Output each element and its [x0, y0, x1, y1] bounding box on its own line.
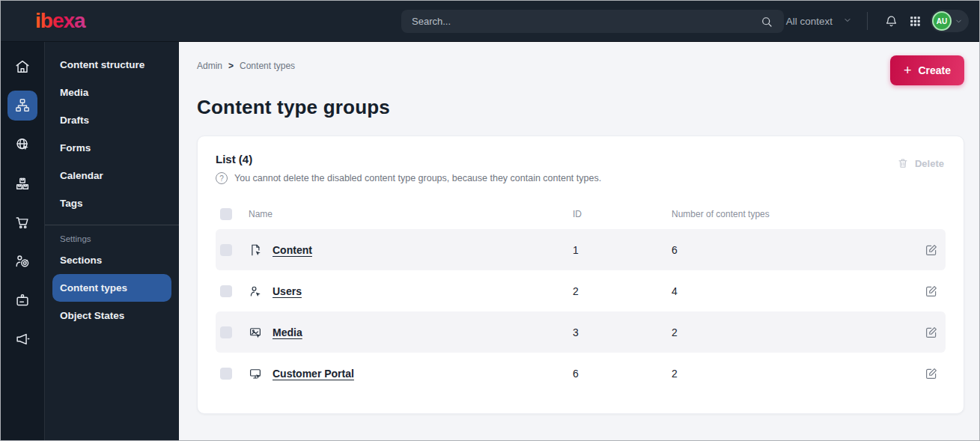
users-icon: [249, 285, 262, 298]
column-header-count: Number of content types: [672, 209, 896, 219]
notifications-bell-icon[interactable]: [883, 13, 900, 30]
content-file-icon: [249, 243, 262, 257]
chevron-down-icon: [843, 16, 852, 27]
topbar-divider: [867, 12, 868, 30]
create-button[interactable]: + Create: [890, 55, 964, 85]
group-count: 2: [672, 326, 896, 338]
helper-text: You cannot delete the disabled content t…: [234, 173, 601, 183]
sidebar-item-media[interactable]: Media: [45, 79, 179, 106]
logo-text: ibexa: [35, 9, 86, 32]
group-id: 1: [573, 244, 672, 256]
group-id: 3: [573, 326, 672, 338]
breadcrumb-content-types: Content types: [240, 61, 295, 71]
row-checkbox[interactable]: [220, 368, 232, 380]
customers-target-icon[interactable]: [7, 246, 37, 276]
media-image-icon: [249, 326, 262, 339]
breadcrumb-admin[interactable]: Admin: [197, 61, 222, 71]
sidebar-item-sections[interactable]: Sections: [45, 246, 179, 274]
select-all-checkbox[interactable]: [220, 208, 232, 220]
list-title: List (4): [216, 153, 601, 165]
group-link-customer-portal[interactable]: Customer Portal: [273, 368, 354, 380]
panel-header: List (4) ? You cannot delete the disable…: [216, 153, 946, 184]
megaphone-icon[interactable]: [7, 324, 37, 354]
search-input[interactable]: [412, 16, 758, 27]
home-icon[interactable]: [7, 52, 37, 82]
ibexa-logo[interactable]: ibexa: [35, 7, 107, 34]
group-count: 6: [672, 244, 896, 256]
table-row: Users 2 4: [216, 270, 946, 311]
page-title: Content type groups: [197, 96, 964, 119]
create-button-label: Create: [918, 64, 951, 76]
table-header-row: Name ID Number of content types: [216, 199, 946, 229]
group-count: 2: [672, 368, 896, 380]
global-search: [401, 10, 784, 33]
ibexa-admin-screen: ibexa Site: All context: [0, 0, 980, 441]
body: Content structure Media Drafts Forms Cal…: [1, 42, 979, 440]
cart-icon[interactable]: [7, 207, 37, 237]
icon-rail: [1, 42, 44, 440]
table-row: Customer Portal 6 2: [216, 353, 946, 394]
sidebar-item-object-states[interactable]: Object States: [45, 302, 179, 329]
helper-note: ? You cannot delete the disabled content…: [216, 172, 601, 184]
plus-icon: +: [904, 64, 912, 77]
search-icon[interactable]: [758, 13, 775, 30]
content-header: Admin > Content types + Create: [197, 55, 964, 85]
topbar: ibexa Site: All context: [1, 1, 979, 42]
row-checkbox[interactable]: [220, 285, 232, 297]
customer-portal-monitor-icon: [249, 367, 262, 380]
sidebar-item-drafts[interactable]: Drafts: [45, 106, 179, 134]
table-row: Media 3 2: [216, 311, 946, 353]
table-row: Content 1 6: [216, 229, 946, 270]
breadcrumb: Admin > Content types: [197, 61, 295, 71]
group-count: 4: [672, 285, 896, 297]
edit-button[interactable]: [923, 283, 940, 299]
sidebar-item-content-types[interactable]: Content types: [52, 274, 171, 302]
column-header-id: ID: [573, 209, 672, 219]
row-checkbox[interactable]: [220, 326, 232, 338]
settings-section-header: Settings: [45, 228, 179, 246]
group-link-users[interactable]: Users: [273, 285, 302, 297]
group-id: 2: [573, 285, 672, 297]
trash-icon: [897, 157, 909, 169]
site-globe-icon[interactable]: [7, 130, 37, 159]
ibexa-logo-image: ibexa: [35, 7, 107, 34]
menu-divider: [45, 225, 179, 225]
corporate-badge-icon[interactable]: [7, 285, 37, 315]
main-content: Admin > Content types + Create Content t…: [179, 42, 979, 440]
chevron-down-icon: [955, 17, 963, 25]
app-grid-icon[interactable]: [907, 13, 923, 29]
content-structure-icon[interactable]: [7, 91, 37, 121]
edit-button[interactable]: [923, 242, 940, 258]
user-menu[interactable]: AU: [931, 10, 969, 32]
sidebar-item-content-structure[interactable]: Content structure: [45, 51, 179, 79]
help-icon[interactable]: ?: [216, 172, 228, 184]
sidebar-menu: Content structure Media Drafts Forms Cal…: [44, 42, 179, 440]
edit-button[interactable]: [923, 324, 940, 341]
content-type-groups-table: Name ID Number of content types Cont: [216, 199, 946, 394]
edit-button[interactable]: [923, 365, 940, 382]
products-icon[interactable]: [7, 168, 37, 198]
avatar: AU: [932, 11, 952, 31]
delete-button[interactable]: Delete: [897, 157, 944, 169]
sidebar-item-forms[interactable]: Forms: [45, 134, 179, 162]
group-id: 6: [573, 368, 672, 380]
delete-button-label: Delete: [915, 158, 944, 169]
group-link-media[interactable]: Media: [273, 326, 302, 338]
group-link-content[interactable]: Content: [273, 244, 312, 256]
sidebar-item-tags[interactable]: Tags: [45, 189, 179, 217]
content-type-groups-panel: List (4) ? You cannot delete the disable…: [197, 136, 964, 414]
row-checkbox[interactable]: [220, 244, 232, 256]
breadcrumb-separator: >: [228, 61, 234, 71]
column-header-name: Name: [249, 209, 573, 219]
sidebar-item-calendar[interactable]: Calendar: [45, 162, 179, 189]
